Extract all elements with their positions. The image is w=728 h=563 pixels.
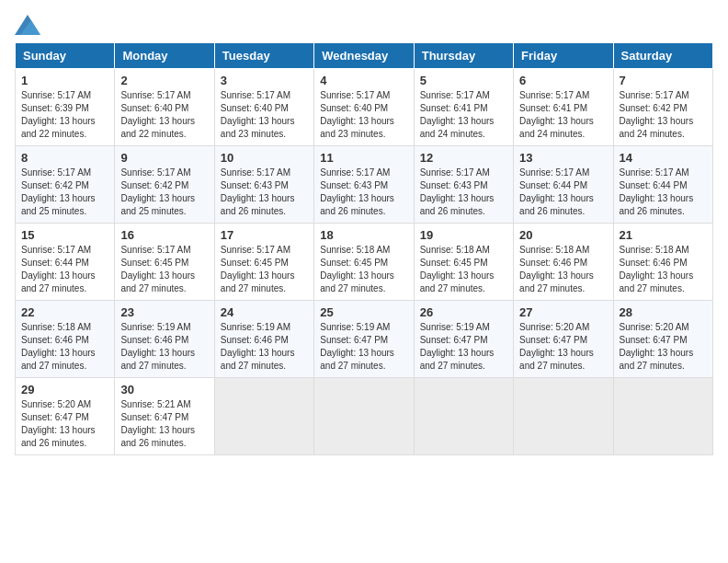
calendar-day-cell: 28 Sunrise: 5:20 AM Sunset: 6:47 PM Dayl… (613, 301, 712, 378)
day-info: Sunrise: 5:17 AM Sunset: 6:41 PM Dayligh… (420, 89, 507, 141)
day-info: Sunrise: 5:18 AM Sunset: 6:46 PM Dayligh… (21, 321, 108, 373)
day-number: 26 (420, 305, 507, 319)
day-info: Sunrise: 5:17 AM Sunset: 6:42 PM Dayligh… (620, 89, 707, 141)
calendar-day-cell: 13 Sunrise: 5:17 AM Sunset: 6:44 PM Dayl… (514, 146, 613, 224)
calendar-day-cell: 15 Sunrise: 5:17 AM Sunset: 6:44 PM Dayl… (16, 224, 115, 301)
calendar-day-cell: 9 Sunrise: 5:17 AM Sunset: 6:42 PM Dayli… (115, 146, 214, 224)
calendar-day-cell: 6 Sunrise: 5:17 AM Sunset: 6:41 PM Dayli… (514, 69, 613, 146)
day-info: Sunrise: 5:19 AM Sunset: 6:47 PM Dayligh… (420, 321, 507, 373)
calendar-day-cell: 18 Sunrise: 5:18 AM Sunset: 6:45 PM Dayl… (314, 224, 414, 301)
calendar-day-cell (314, 378, 414, 455)
calendar-day-header: Saturday (613, 43, 712, 69)
day-info: Sunrise: 5:17 AM Sunset: 6:43 PM Dayligh… (320, 167, 407, 218)
day-info: Sunrise: 5:17 AM Sunset: 6:44 PM Dayligh… (21, 244, 108, 295)
day-info: Sunrise: 5:17 AM Sunset: 6:44 PM Dayligh… (620, 167, 707, 218)
logo-icon (15, 15, 40, 35)
day-number: 15 (21, 228, 108, 242)
day-info: Sunrise: 5:17 AM Sunset: 6:39 PM Dayligh… (21, 89, 108, 141)
day-number: 8 (21, 151, 108, 165)
day-number: 9 (120, 151, 208, 165)
calendar-day-cell: 3 Sunrise: 5:17 AM Sunset: 6:40 PM Dayli… (214, 69, 313, 146)
day-number: 20 (519, 228, 607, 242)
day-info: Sunrise: 5:20 AM Sunset: 6:47 PM Dayligh… (519, 321, 607, 373)
calendar-day-cell: 23 Sunrise: 5:19 AM Sunset: 6:46 PM Dayl… (115, 301, 214, 378)
day-info: Sunrise: 5:18 AM Sunset: 6:46 PM Dayligh… (620, 244, 707, 295)
day-info: Sunrise: 5:17 AM Sunset: 6:45 PM Dayligh… (221, 244, 308, 295)
day-number: 10 (221, 151, 308, 165)
calendar-day-cell: 20 Sunrise: 5:18 AM Sunset: 6:46 PM Dayl… (514, 224, 613, 301)
day-info: Sunrise: 5:17 AM Sunset: 6:44 PM Dayligh… (519, 167, 607, 218)
day-number: 29 (21, 383, 108, 396)
calendar-day-cell: 12 Sunrise: 5:17 AM Sunset: 6:43 PM Dayl… (414, 146, 513, 224)
calendar-week-row: 8 Sunrise: 5:17 AM Sunset: 6:42 PM Dayli… (16, 146, 713, 224)
day-number: 22 (21, 305, 108, 319)
day-info: Sunrise: 5:17 AM Sunset: 6:41 PM Dayligh… (519, 89, 607, 141)
calendar-day-header: Thursday (414, 43, 513, 69)
calendar-day-cell: 2 Sunrise: 5:17 AM Sunset: 6:40 PM Dayli… (115, 69, 214, 146)
day-number: 6 (519, 74, 607, 87)
day-info: Sunrise: 5:17 AM Sunset: 6:45 PM Dayligh… (120, 244, 208, 295)
calendar-day-cell (613, 378, 712, 455)
day-number: 30 (120, 383, 208, 396)
day-number: 28 (620, 305, 707, 319)
day-info: Sunrise: 5:20 AM Sunset: 6:47 PM Dayligh… (21, 398, 108, 450)
calendar-day-cell: 17 Sunrise: 5:17 AM Sunset: 6:45 PM Dayl… (214, 224, 313, 301)
calendar-day-cell: 21 Sunrise: 5:18 AM Sunset: 6:46 PM Dayl… (613, 224, 712, 301)
day-info: Sunrise: 5:20 AM Sunset: 6:47 PM Dayligh… (620, 321, 707, 373)
day-number: 17 (221, 228, 308, 242)
day-number: 25 (320, 305, 407, 319)
page-container: SundayMondayTuesdayWednesdayThursdayFrid… (15, 15, 713, 455)
calendar-day-cell: 7 Sunrise: 5:17 AM Sunset: 6:42 PM Dayli… (613, 69, 712, 146)
calendar-day-header: Monday (115, 43, 214, 69)
day-info: Sunrise: 5:19 AM Sunset: 6:47 PM Dayligh… (320, 321, 407, 373)
calendar-day-cell: 11 Sunrise: 5:17 AM Sunset: 6:43 PM Dayl… (314, 146, 414, 224)
calendar-day-cell (214, 378, 313, 455)
calendar-day-cell: 27 Sunrise: 5:20 AM Sunset: 6:47 PM Dayl… (514, 301, 613, 378)
day-number: 11 (320, 151, 407, 165)
day-info: Sunrise: 5:17 AM Sunset: 6:40 PM Dayligh… (320, 89, 407, 141)
calendar-day-cell: 29 Sunrise: 5:20 AM Sunset: 6:47 PM Dayl… (16, 378, 115, 455)
calendar-day-cell: 26 Sunrise: 5:19 AM Sunset: 6:47 PM Dayl… (414, 301, 513, 378)
day-number: 19 (420, 228, 507, 242)
calendar-header-row: SundayMondayTuesdayWednesdayThursdayFrid… (16, 43, 713, 69)
day-number: 12 (420, 151, 507, 165)
calendar-day-cell: 30 Sunrise: 5:21 AM Sunset: 6:47 PM Dayl… (115, 378, 214, 455)
page-header (15, 15, 713, 35)
calendar-day-cell: 10 Sunrise: 5:17 AM Sunset: 6:43 PM Dayl… (214, 146, 313, 224)
calendar-day-cell: 16 Sunrise: 5:17 AM Sunset: 6:45 PM Dayl… (115, 224, 214, 301)
calendar-day-cell: 24 Sunrise: 5:19 AM Sunset: 6:46 PM Dayl… (214, 301, 313, 378)
day-info: Sunrise: 5:17 AM Sunset: 6:43 PM Dayligh… (221, 167, 308, 218)
day-info: Sunrise: 5:19 AM Sunset: 6:46 PM Dayligh… (221, 321, 308, 373)
day-info: Sunrise: 5:17 AM Sunset: 6:42 PM Dayligh… (120, 167, 208, 218)
day-info: Sunrise: 5:19 AM Sunset: 6:46 PM Dayligh… (120, 321, 208, 373)
day-number: 13 (519, 151, 607, 165)
day-number: 21 (620, 228, 707, 242)
calendar-day-cell: 25 Sunrise: 5:19 AM Sunset: 6:47 PM Dayl… (314, 301, 414, 378)
day-number: 7 (620, 74, 707, 87)
calendar-day-header: Sunday (16, 43, 115, 69)
calendar-day-cell: 22 Sunrise: 5:18 AM Sunset: 6:46 PM Dayl… (16, 301, 115, 378)
day-number: 5 (420, 74, 507, 87)
calendar-day-cell (414, 378, 513, 455)
day-number: 3 (221, 74, 308, 87)
calendar-day-cell: 8 Sunrise: 5:17 AM Sunset: 6:42 PM Dayli… (16, 146, 115, 224)
calendar-day-header: Tuesday (214, 43, 313, 69)
calendar-week-row: 22 Sunrise: 5:18 AM Sunset: 6:46 PM Dayl… (16, 301, 713, 378)
day-number: 4 (320, 74, 407, 87)
calendar-week-row: 29 Sunrise: 5:20 AM Sunset: 6:47 PM Dayl… (16, 378, 713, 455)
day-info: Sunrise: 5:18 AM Sunset: 6:45 PM Dayligh… (420, 244, 507, 295)
calendar-table: SundayMondayTuesdayWednesdayThursdayFrid… (15, 42, 713, 455)
day-info: Sunrise: 5:17 AM Sunset: 6:42 PM Dayligh… (21, 167, 108, 218)
day-number: 18 (320, 228, 407, 242)
day-number: 24 (221, 305, 308, 319)
day-info: Sunrise: 5:17 AM Sunset: 6:40 PM Dayligh… (221, 89, 308, 141)
calendar-day-cell: 5 Sunrise: 5:17 AM Sunset: 6:41 PM Dayli… (414, 69, 513, 146)
day-info: Sunrise: 5:18 AM Sunset: 6:45 PM Dayligh… (320, 244, 407, 295)
day-info: Sunrise: 5:18 AM Sunset: 6:46 PM Dayligh… (519, 244, 607, 295)
day-info: Sunrise: 5:17 AM Sunset: 6:40 PM Dayligh… (120, 89, 208, 141)
day-number: 1 (21, 74, 108, 87)
day-number: 14 (620, 151, 707, 165)
day-number: 2 (120, 74, 208, 87)
calendar-day-cell: 4 Sunrise: 5:17 AM Sunset: 6:40 PM Dayli… (314, 69, 414, 146)
day-info: Sunrise: 5:17 AM Sunset: 6:43 PM Dayligh… (420, 167, 507, 218)
